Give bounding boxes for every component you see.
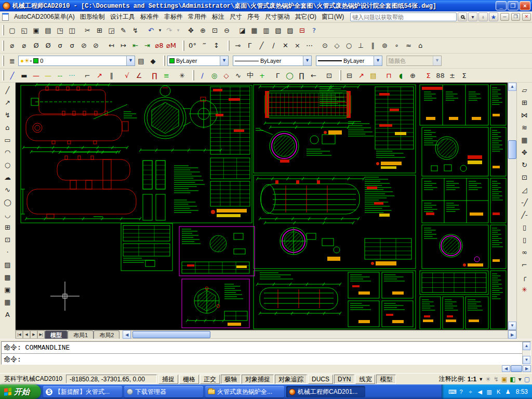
menu-item-7[interactable]: 尺寸 [227,11,245,22]
line-icon[interactable]: ╱ [2,84,14,96]
scroll-up-button[interactable]: ▲ [508,83,516,91]
snap-perpendicular-icon[interactable]: ⊥ [355,40,367,51]
construction-star-icon[interactable]: ✳ [176,70,188,81]
step-line-icon[interactable]: Γ [272,70,284,81]
dim-left-icon[interactable]: ⇤ [129,40,141,51]
toggle-正交[interactable]: 正交 [200,375,220,384]
hscroll-track[interactable] [131,330,508,339]
line-tool-icon[interactable]: ╱ [6,70,18,81]
paste-icon[interactable]: ◲ [105,24,117,36]
symbol-zhong-icon[interactable]: 中 [244,70,256,81]
scroll-left-button[interactable]: ◀ [123,330,131,339]
red-line-icon[interactable]: — [30,70,42,81]
plot-preview-icon[interactable]: ◳ [54,24,66,36]
start-button[interactable]: 开始 [0,384,41,399]
menu-item-8[interactable]: 序号 [245,11,262,22]
menu-item-9[interactable]: 尺寸驱动 [262,11,292,22]
point-icon[interactable]: · [2,246,14,258]
menu-item-1[interactable]: 图形绘制 [77,11,108,22]
section-symbol-icon[interactable]: ◖ [395,70,407,81]
undo-dropdown[interactable]: ▾ [157,24,163,36]
toolbar-handle[interactable] [192,70,194,81]
ellipse-arc-icon[interactable]: ◡ [2,208,14,221]
toolbar-handle[interactable] [182,41,184,51]
hole-dim2-icon[interactable]: ⌀ [18,40,30,51]
layer-previous-icon[interactable]: ◆ [147,55,159,66]
annotation-autoscale-icon[interactable]: ↯ [494,376,499,383]
new-icon[interactable]: ▢ [6,24,18,36]
view-box-icon[interactable]: ⊡ [323,70,335,81]
break-point-icon[interactable]: ▯ [518,221,531,233]
slash-dim2-icon[interactable]: ⊘ [90,40,102,51]
rectangle-icon[interactable]: ▭ [2,134,14,146]
vscroll-track[interactable] [508,91,516,322]
join-icon[interactable]: ∞ [518,246,531,258]
toggle-DYN[interactable]: DYN [334,375,354,384]
color-combo-arrow[interactable]: ▼ [220,56,228,65]
tab-nav-3[interactable]: ▶| [37,330,45,339]
dim-update-icon[interactable]: ⊓ [383,70,395,81]
markup-manager-icon[interactable]: ▨ [284,24,296,36]
text-style-icon[interactable]: ‴ [198,40,210,51]
radius-dim2-icon[interactable]: σ [66,40,78,51]
revision-cloud-icon[interactable]: ☁ [2,171,14,183]
snap-node-icon[interactable]: ∘ [391,40,403,51]
fit-tolerance-icon[interactable]: ± [446,70,458,81]
layer-manager-icon[interactable]: ≣ [6,55,18,66]
toolbar-unlock-icon[interactable]: ◧ [510,376,515,383]
ellipse-icon[interactable]: ◯ [2,196,14,208]
taskbar-task-0[interactable]: S【新提醒】火管式... [43,386,122,397]
gradient-icon[interactable]: ▩ [2,271,14,283]
undo-icon[interactable]: ↶ [145,24,157,36]
snap-temp-point-icon[interactable]: ⊸ [232,40,244,51]
drawing-canvas[interactable] [16,83,508,330]
stretch-icon[interactable]: ◿ [518,183,531,196]
snap-insert-icon[interactable]: ⊚ [379,40,391,51]
command-scroll-left[interactable]: ◀ [502,365,510,372]
tool-palettes-icon[interactable]: ▥ [260,24,272,36]
bisector-icon[interactable]: √ [121,70,133,81]
toggle-对象追踪[interactable]: 对象追踪 [275,375,307,384]
slot-tool-icon[interactable]: ◯ [284,70,296,81]
interface-lock-icon[interactable]: ▣ [501,376,507,383]
angle-line-icon[interactable]: ∠ [133,70,145,81]
layer-lock-icon[interactable]: ▪ [30,57,32,64]
green-dash-icon[interactable]: -- [54,70,66,81]
spline-tool-icon[interactable]: ∿ [232,70,244,81]
block-editor-icon[interactable]: ↯ [129,24,141,36]
snap-apparent-icon[interactable]: × [291,40,303,51]
dim-leader-icon[interactable]: ↦ [117,40,129,51]
menu-item-10[interactable]: 其它(O) [292,11,319,22]
canvas-horizontal-scrollbar[interactable]: ◀ ▶ [123,330,516,339]
array-icon[interactable]: ▦ [518,134,531,146]
text-height-icon[interactable]: ↕ [210,40,222,51]
properties-icon[interactable]: ◪ [236,24,248,36]
balloon-numbers-icon[interactable]: 88 [434,70,446,81]
tab-nav-2[interactable]: ▶ [30,330,37,339]
circle-icon[interactable]: ○ [2,158,14,171]
menu-item-6[interactable]: 标注 [209,11,227,22]
tab-nav-1[interactable]: ◀ [23,330,30,339]
toolbar-handle[interactable] [228,41,230,51]
match-properties-icon[interactable]: ✎ [117,24,129,36]
command-scroll-right[interactable]: ▶ [523,365,531,372]
layer-combo[interactable]: ●☀▪ 0 ▼ [18,56,135,66]
make-block-icon[interactable]: ⊡ [2,233,14,246]
thick-line-icon[interactable]: ▬ [18,70,30,81]
diameter-dim2-icon[interactable]: Ø [42,40,54,51]
toggle-栅格[interactable]: 栅格 [179,375,199,384]
menu-item-0[interactable]: AutoCAD2006菜单(A) [11,11,77,22]
status-menu-arrow-icon[interactable]: ▾ [518,376,522,383]
circle-tool-icon[interactable]: ◎ [208,70,220,81]
scroll-right-button[interactable]: ▶ [508,330,516,339]
doc-minimize-button[interactable]: ─ [500,13,509,21]
snap-quadrant-icon[interactable]: ◇ [331,40,343,51]
dim-right-icon[interactable]: ⇥ [141,40,153,51]
snap-nearest-icon[interactable]: ≈ [403,40,415,51]
arc-icon[interactable]: ◠ [2,146,14,158]
toolbar-handle[interactable] [339,70,341,81]
sheetset-manager-icon[interactable]: ▧ [272,24,284,36]
help-tray-icon[interactable]: ? [458,389,465,395]
snap-midpoint-icon[interactable]: ∕ [268,40,280,51]
menu-item-4[interactable]: 非标件 [162,11,185,22]
